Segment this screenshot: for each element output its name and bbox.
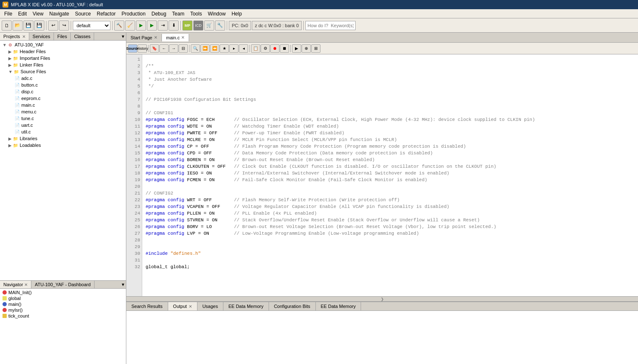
nav-item-myisr[interactable]: myIsr() — [1, 307, 125, 313]
stop-btn[interactable]: ⏹ — [280, 44, 289, 53]
nav-tab-close[interactable]: ✕ — [24, 282, 28, 287]
config-dropdown[interactable]: default — [73, 21, 110, 30]
cart-btn[interactable]: 🛒 — [204, 21, 214, 31]
tab-ee-data-1[interactable]: EE Data Memory — [223, 302, 269, 310]
debug-btn[interactable]: ▶ — [147, 21, 157, 31]
tab-projects[interactable]: Projects ✕ — [0, 33, 29, 40]
toggle-btn[interactable]: ⊟ — [179, 44, 188, 53]
undo-btn[interactable]: ↩ — [48, 21, 58, 31]
tree-important-files[interactable]: ▶ 📁 Important Files — [1, 55, 125, 62]
icd-btn[interactable]: ICD — [193, 21, 203, 31]
menu-view[interactable]: View — [30, 10, 46, 18]
menu-debug[interactable]: Debug — [149, 10, 169, 18]
tab-classes[interactable]: Classes — [71, 33, 94, 40]
menu-refactor[interactable]: Refactor — [94, 10, 118, 18]
step-over-btn[interactable]: ⇥ — [158, 21, 168, 31]
tab-services[interactable]: Services — [29, 33, 54, 40]
redo-btn[interactable]: ↪ — [59, 21, 69, 31]
toggle-bm-btn[interactable]: ★ — [220, 44, 229, 53]
next-bm-btn[interactable]: ▸ — [229, 44, 238, 53]
tree-source-files[interactable]: ▼ 📁 Source Files — [1, 68, 125, 75]
tree-uart[interactable]: 📄 uart.c — [1, 122, 125, 128]
tab-search-results[interactable]: Search Results — [126, 302, 168, 310]
nav-item-main-init[interactable]: MAIN_Init() — [1, 290, 125, 295]
source-btn[interactable]: Source — [128, 44, 137, 53]
menu-edit[interactable]: Edit — [15, 10, 29, 18]
clean-btn[interactable]: 🧹 — [125, 21, 135, 31]
tab-files[interactable]: Files — [54, 33, 71, 40]
find-next-btn[interactable]: ⏩ — [200, 44, 210, 53]
tree-disp[interactable]: 📄 disp.c — [1, 88, 125, 95]
nav-panel-menu-btn[interactable]: ▾ — [120, 281, 126, 288]
nav-tab-dashboard[interactable]: ATU-100_YAF - Dashboard — [31, 281, 94, 288]
navigator-panel: Navigator ✕ ATU-100_YAF - Dashboard ▾ MA… — [0, 280, 126, 364]
tab-ee-data-2[interactable]: EE Data Memory — [316, 302, 361, 310]
open-btn[interactable]: 📂 — [13, 21, 23, 31]
file-icon: 📄 — [14, 109, 20, 115]
fwd-btn[interactable]: → — [169, 44, 178, 53]
menu-production[interactable]: Production — [119, 10, 148, 18]
tree-libraries[interactable]: ▶ 📁 Libraries — [1, 135, 125, 142]
nav-item-tick[interactable]: tick_count — [1, 313, 125, 319]
nav-item-global[interactable]: global — [1, 295, 125, 301]
bookmark-btn[interactable]: 🔖 — [150, 44, 159, 53]
file-icon: 📄 — [14, 129, 20, 135]
tree-linker-files[interactable]: ▶ 📁 Linker Files — [1, 62, 125, 68]
tree-main[interactable]: 📄 main.c — [1, 102, 125, 108]
back-btn[interactable]: ← — [159, 44, 169, 53]
menu-team[interactable]: Team — [169, 10, 187, 18]
save-all-btn[interactable]: 💾 — [34, 21, 44, 31]
run-btn[interactable]: ▶ — [136, 21, 146, 31]
help-search[interactable] — [305, 21, 356, 30]
prev-bm-btn[interactable]: ◂ — [239, 44, 248, 53]
task-btn[interactable]: 📋 — [251, 44, 260, 53]
mplab-btn[interactable]: MP — [182, 21, 192, 31]
rec-btn[interactable]: ⏺ — [270, 44, 279, 53]
tab-close-icon[interactable]: ✕ — [154, 35, 157, 40]
nav-tab-navigator[interactable]: Navigator ✕ — [0, 281, 31, 288]
file-icon: 📄 — [14, 75, 20, 81]
tree-project-root[interactable]: ▼ ⚙ ATU-100_YAF — [1, 41, 125, 48]
tab-main-c[interactable]: main.c ✕ — [162, 34, 189, 41]
collapse-btn[interactable]: ⊕ — [302, 44, 311, 53]
tree-util[interactable]: 📄 util.c — [1, 128, 125, 135]
history-btn[interactable]: History — [138, 44, 147, 53]
build-project-btn[interactable]: 🔨 — [114, 21, 124, 31]
output-tab-close[interactable]: ✕ — [189, 304, 192, 309]
find-prev-btn[interactable]: ⏪ — [210, 44, 219, 53]
bottom-content — [126, 311, 638, 364]
nav-item-main[interactable]: main() — [1, 301, 125, 307]
tree-eeprom[interactable]: 📄 eeprom.c — [1, 95, 125, 102]
find-btn[interactable]: 🔍 — [191, 44, 200, 53]
left-panel-menu-btn[interactable]: ▾ — [120, 33, 126, 40]
projects-tab-close[interactable]: ✕ — [22, 34, 26, 39]
tree-loadables[interactable]: ▶ 📁 Loadables — [1, 142, 125, 149]
expand-all-btn[interactable]: ⊞ — [311, 44, 320, 53]
menu-file[interactable]: File — [2, 10, 15, 18]
menu-navigate[interactable]: Navigate — [47, 10, 72, 18]
tree-menu[interactable]: 📄 menu.c — [1, 108, 125, 115]
tab-label: main.c — [166, 35, 179, 40]
menu-tools[interactable]: Tools — [188, 10, 205, 18]
tab-config-bits[interactable]: Configuration Bits — [269, 302, 316, 310]
tab-output[interactable]: Output ✕ — [168, 302, 197, 310]
tools-btn[interactable]: 🔧 — [215, 21, 225, 31]
resize-handle[interactable]: ❯ — [126, 296, 638, 301]
menu-window[interactable]: Window — [205, 10, 228, 18]
tree-tune[interactable]: 📄 tune.c — [1, 115, 125, 122]
menu-help[interactable]: Help — [229, 10, 244, 18]
save-btn[interactable]: 💾 — [23, 21, 33, 31]
run2-btn[interactable]: ▶ — [292, 44, 301, 53]
menu-source[interactable]: Source — [72, 10, 93, 18]
tab-close-icon[interactable]: ✕ — [181, 35, 184, 40]
new-project-btn[interactable]: 🗋 — [2, 21, 12, 31]
tree-button[interactable]: 📄 button.c — [1, 82, 125, 88]
tree-header-files[interactable]: ▶ 📁 Header Files — [1, 48, 125, 55]
tab-usages[interactable]: Usages — [197, 302, 223, 310]
program-btn[interactable]: ⬇ — [169, 21, 179, 31]
macro-btn[interactable]: ⚙ — [261, 44, 270, 53]
tree-adc[interactable]: 📄 adc.c — [1, 75, 125, 82]
code-editor[interactable]: /** * ATU-100_EXT JAS * Just Another Sof… — [142, 54, 638, 296]
tab-start-page[interactable]: Start Page ✕ — [126, 34, 162, 41]
right-content: Start Page ✕ main.c ✕ Source History 🔖 ←… — [126, 33, 638, 364]
